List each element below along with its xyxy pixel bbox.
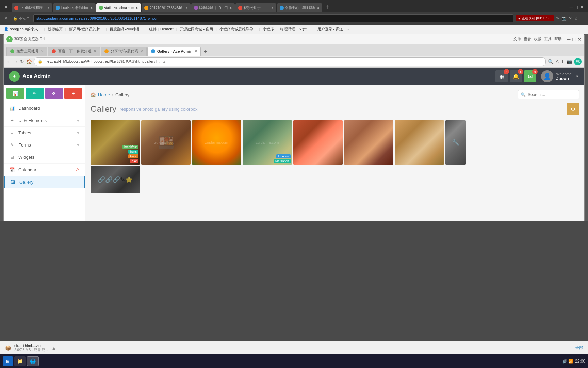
inner-qq-btn[interactable]: 拖: [574, 58, 582, 65]
sidebar-item-gallery[interactable]: 🖼 Gallery: [4, 176, 85, 188]
inner-refresh[interactable]: ↻: [20, 59, 24, 64]
bookmark-4[interactable]: 百度翻译-200种语...: [108, 26, 144, 32]
window-close-btn[interactable]: ✕: [580, 4, 584, 10]
q360-help[interactable]: 帮助: [554, 36, 562, 42]
bookmark-7[interactable]: 小程序商城思维导导...: [218, 26, 258, 32]
inner-win-close[interactable]: ✕: [577, 36, 582, 42]
inner-win-max[interactable]: □: [573, 36, 575, 42]
gallery-item-1[interactable]: breakfast fruits toast diet: [91, 120, 140, 165]
edit-btn[interactable]: ✎: [556, 16, 559, 21]
bookmark-1[interactable]: 👤 songjiahui的个人...: [3, 26, 43, 32]
gallery-item-9[interactable]: 🔗🔗🔗✎⭐: [91, 166, 140, 193]
inner-tab-1[interactable]: 免费上网账号 ✕: [6, 47, 47, 56]
sidebar-btn-edit[interactable]: ✏: [26, 88, 44, 99]
task-chrome[interactable]: 🌐: [27, 356, 39, 366]
tab5-label: 哔哩哔哩（'- ')つ口: [199, 5, 228, 10]
sidebar-item-forms[interactable]: ✎ Forms ▼: [4, 139, 85, 151]
os-tab-5[interactable]: 哔哩哔哩（'- ')つ口 ✕: [191, 3, 234, 12]
os-tab-2[interactable]: bootstrap教程html ✕: [53, 3, 96, 12]
inner-tab3-close[interactable]: ✕: [140, 49, 143, 53]
inner-tab4-close[interactable]: ✕: [194, 49, 197, 53]
gallery-item-5[interactable]: [293, 120, 343, 165]
sidebar-item-widgets[interactable]: ⊞ Widgets: [4, 151, 85, 164]
bookmark-8[interactable]: 小程序: [261, 26, 275, 32]
tab2-close[interactable]: ✕: [90, 6, 93, 10]
search-input[interactable]: [518, 90, 579, 99]
os-tab-7[interactable]: 创作中心 - 哔哩哔哩 ✕: [277, 3, 322, 12]
gallery-item-6[interactable]: [344, 120, 393, 165]
gallery-item-3[interactable]: zuidaima.com: [192, 120, 241, 165]
inner-tab-4[interactable]: Gallery - Ace Admin ✕: [147, 47, 201, 56]
tab2-icon: [56, 6, 60, 10]
inner-win-min[interactable]: ─: [567, 36, 571, 42]
sidebar-item-calendar[interactable]: 📅 Calendar ⚠: [4, 164, 85, 176]
sidebar-item-tables[interactable]: ≡ Tables ▼: [4, 127, 85, 139]
gallery-item-2[interactable]: zuidaima.com 🍱: [141, 120, 191, 165]
os-tab-3[interactable]: static.zuidaima.com ✕: [96, 3, 141, 12]
task-explorer[interactable]: 📁: [14, 356, 26, 366]
gallery-item-8[interactable]: 🔧: [445, 120, 466, 165]
header-user[interactable]: 👤 Welcome, Jason ▼: [541, 70, 579, 82]
sidebar-item-dashboard[interactable]: 📊 Dashboard: [4, 102, 85, 114]
gallery-active-indicator: [84, 176, 85, 188]
minimize-btn[interactable]: ─: [570, 4, 573, 10]
tab7-close[interactable]: ✕: [317, 6, 320, 10]
inner-new-tab-btn[interactable]: +: [201, 49, 209, 55]
tab1-close[interactable]: ✕: [47, 6, 50, 10]
inner-tab-2[interactable]: 百度一下，你就知道 ✕: [48, 47, 100, 56]
tab6-close[interactable]: ✕: [271, 6, 274, 10]
os-tab-4[interactable]: 20171026173854646... ✕: [142, 3, 191, 12]
url-bar[interactable]: static.zuidaima.com/images/295096/201808…: [33, 14, 513, 22]
inner-ext-2[interactable]: 📷: [567, 59, 572, 64]
sidebar-item-ui[interactable]: ✦ UI & Elements ▼: [4, 114, 85, 127]
inner-translate-btn[interactable]: A: [556, 59, 559, 64]
inner-tab1-close[interactable]: ✕: [41, 49, 44, 53]
inner-ext-1[interactable]: ⬇: [561, 59, 565, 64]
bookmark-6[interactable]: 开源微同商城 - 官网: [178, 26, 214, 32]
tab3-close[interactable]: ✕: [135, 6, 138, 10]
sidebar-btn-chart[interactable]: 📊: [6, 88, 24, 99]
inner-url-bar[interactable]: 🔒 file:///E:/HTML/bootstrap/基于bootstrap的…: [34, 57, 546, 66]
breadcrumb-home[interactable]: Home: [98, 92, 110, 97]
inner-forward[interactable]: →: [13, 59, 18, 64]
inner-tab-3[interactable]: 分享代码-最代码 ✕: [101, 47, 147, 56]
page-settings-btn[interactable]: ⚙: [567, 103, 579, 115]
q360-fav[interactable]: 收藏: [534, 36, 541, 42]
show-all-downloads[interactable]: 全部: [575, 345, 583, 350]
tab5-close[interactable]: ✕: [229, 6, 232, 10]
gallery-item-4[interactable]: zuidaima.com fountain recreation: [243, 120, 292, 165]
header-mail-btn[interactable]: ✉ 5: [524, 70, 536, 82]
inner-search-btn[interactable]: 🔍: [548, 59, 554, 64]
gallery-item-7[interactable]: [395, 120, 444, 165]
start-btn[interactable]: ⊞: [3, 356, 13, 366]
new-tab-btn[interactable]: +: [323, 4, 332, 11]
bookmark-10[interactable]: 用户登录 - 禅道: [316, 26, 345, 32]
bookmark-5[interactable]: 组件 | Element: [148, 26, 175, 32]
inner-tab2-close[interactable]: ✕: [94, 49, 96, 53]
inner-back[interactable]: ←: [6, 59, 11, 64]
header-grid-btn[interactable]: ▦ 4: [495, 70, 508, 82]
close-recording-btn[interactable]: ✕: [569, 16, 572, 21]
q360-tools[interactable]: 工具: [544, 36, 552, 42]
tab4-close[interactable]: ✕: [185, 6, 188, 10]
q360-file[interactable]: 文件: [513, 36, 521, 42]
download-chevron-up[interactable]: ▲: [51, 345, 56, 351]
back-btn[interactable]: ✕: [3, 16, 10, 21]
bookmark-9[interactable]: 哔哩哔哩（'- ')つ...: [279, 26, 312, 32]
inner-home[interactable]: 🏠: [26, 59, 32, 64]
more-bookmarks[interactable]: »: [347, 27, 349, 31]
os-tab-6[interactable]: 视频号助手 ✕: [235, 3, 276, 12]
settings-btn[interactable]: ⋮: [581, 16, 585, 21]
q360-view[interactable]: 查看: [524, 36, 531, 42]
maximize-btn[interactable]: □: [575, 4, 578, 10]
star-btn[interactable]: ☆: [574, 16, 578, 21]
screenshot-btn[interactable]: 📷: [561, 16, 567, 21]
header-bell-btn[interactable]: 🔔 8: [510, 70, 522, 82]
os-tab-1[interactable]: trap响应式程序... ✕: [12, 3, 52, 12]
sidebar-btn-share[interactable]: ⊞: [64, 88, 82, 99]
browser-close-btn[interactable]: ✕: [1, 4, 11, 10]
bookmark-3[interactable]: 慕课网-程序员的梦...: [67, 26, 104, 32]
bookmark-2[interactable]: 新标签页: [46, 26, 64, 32]
sidebar-btn-grid[interactable]: ❖: [45, 88, 63, 99]
img4-tags: fountain recreation: [274, 154, 291, 163]
